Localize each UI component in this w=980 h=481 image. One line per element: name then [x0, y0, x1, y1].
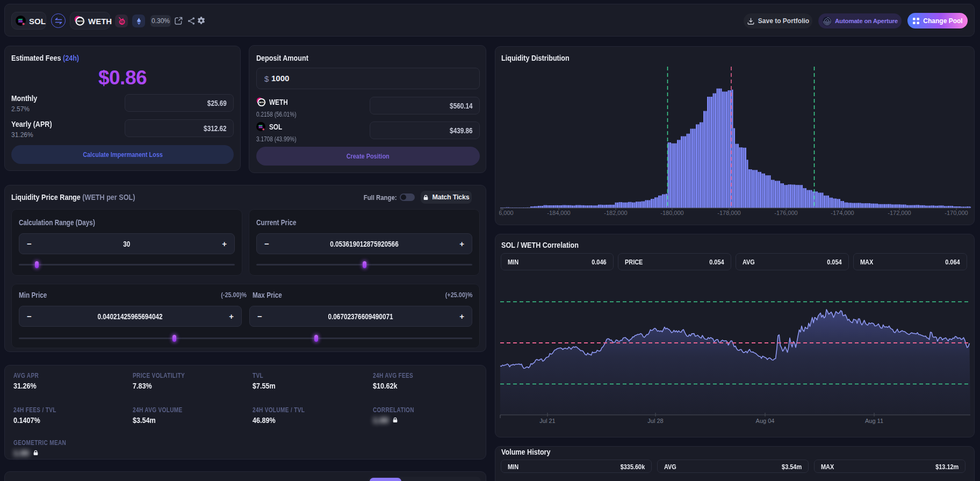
svg-text:Aug 04: Aug 04: [756, 418, 775, 424]
svg-text:Jul 28: Jul 28: [647, 418, 663, 424]
svg-text:Jul 21: Jul 21: [539, 418, 555, 424]
svg-text:Aug 11: Aug 11: [865, 418, 883, 424]
